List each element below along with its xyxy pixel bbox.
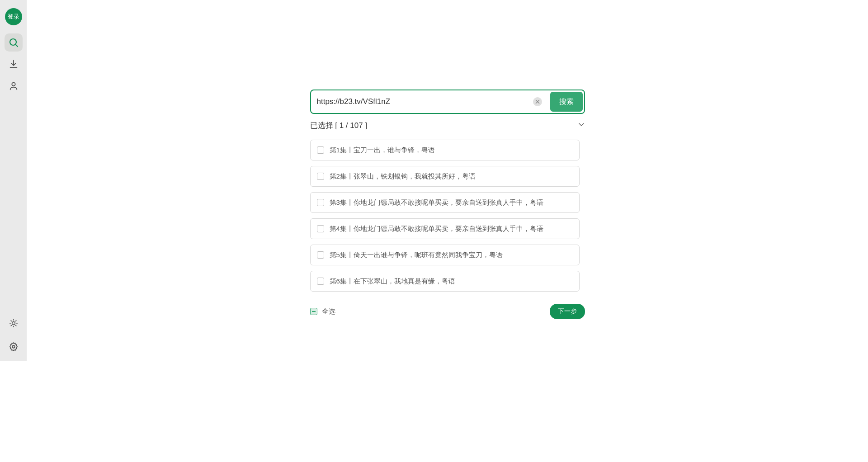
- episode-checkbox[interactable]: [317, 146, 324, 154]
- select-all-label: 全选: [322, 307, 335, 316]
- svg-line-16: [15, 321, 16, 321]
- svg-line-14: [15, 325, 16, 326]
- selection-count-label: 已选择 [ 1 / 107 ]: [310, 120, 368, 131]
- clear-input-button[interactable]: [533, 97, 542, 106]
- list-item[interactable]: 第2集丨张翠山，铁划银钩，我就投其所好，粤语: [310, 166, 580, 187]
- close-icon: [535, 99, 540, 104]
- checkbox-indeterminate-icon: [310, 308, 317, 315]
- user-icon: [9, 81, 19, 91]
- svg-point-17: [12, 345, 15, 348]
- search-bar: 搜索: [310, 90, 585, 114]
- svg-line-13: [11, 321, 11, 321]
- search-icon: [8, 37, 19, 48]
- list-item[interactable]: 第1集丨宝刀一出，谁与争锋，粤语: [310, 140, 580, 160]
- svg-line-6: [15, 45, 18, 47]
- list-item[interactable]: 第3集丨你地龙门镖局敢不敢接呢单买卖，要亲自送到张真人手中，粤语: [310, 192, 580, 213]
- download-tab[interactable]: [5, 55, 23, 73]
- list-item[interactable]: 第6集丨在下张翠山，我地真是有缘，粤语: [310, 271, 580, 292]
- episode-checkbox[interactable]: [317, 251, 324, 259]
- main-content: 搜索 已选择 [ 1 / 107 ] 第1集丨宝刀一出，谁与争锋，粤语第2集丨张…: [27, 0, 868, 462]
- search-button[interactable]: 搜索: [550, 92, 583, 112]
- selection-summary: 已选择 [ 1 / 107 ]: [310, 120, 585, 131]
- next-button[interactable]: 下一步: [550, 304, 585, 319]
- search-input[interactable]: [317, 97, 533, 106]
- episode-title: 第5集丨倚天一出谁与争锋，呢班有竟然同我争宝刀，粤语: [330, 251, 503, 259]
- chevron-down-icon: [578, 121, 585, 128]
- search-tab[interactable]: [5, 33, 23, 52]
- select-all-checkbox[interactable]: 全选: [310, 307, 335, 316]
- episode-checkbox[interactable]: [317, 225, 324, 232]
- profile-tab[interactable]: [5, 77, 23, 95]
- svg-point-8: [12, 322, 15, 325]
- list-item[interactable]: 第4集丨你地龙门镖局敢不敢接呢单买卖，要亲自送到张真人手中，粤语: [310, 218, 580, 239]
- settings-button[interactable]: [5, 338, 23, 356]
- download-icon: [9, 59, 19, 69]
- episode-checkbox[interactable]: [317, 173, 324, 180]
- list-footer: 全选 下一步: [310, 304, 585, 319]
- episode-list[interactable]: 第1集丨宝刀一出，谁与争锋，粤语第2集丨张翠山，铁划银钩，我就投其所好，粤语第3…: [310, 140, 585, 294]
- svg-line-15: [11, 325, 11, 326]
- theme-toggle[interactable]: [5, 314, 23, 332]
- list-item[interactable]: 第5集丨倚天一出谁与争锋，呢班有竟然同我争宝刀，粤语: [310, 245, 580, 265]
- sun-icon: [9, 319, 18, 328]
- episode-checkbox[interactable]: [317, 278, 324, 285]
- episode-checkbox[interactable]: [317, 199, 324, 206]
- expand-toggle[interactable]: [578, 121, 585, 130]
- episode-title: 第6集丨在下张翠山，我地真是有缘，粤语: [330, 277, 455, 286]
- episode-title: 第4集丨你地龙门镖局敢不敢接呢单买卖，要亲自送到张真人手中，粤语: [330, 225, 543, 233]
- svg-point-7: [12, 83, 15, 86]
- episode-title: 第1集丨宝刀一出，谁与争锋，粤语: [330, 146, 435, 155]
- sidebar: 登录: [0, 0, 27, 361]
- gear-icon: [9, 342, 19, 352]
- episode-title: 第3集丨你地龙门镖局敢不敢接呢单买卖，要亲自送到张真人手中，粤语: [330, 198, 543, 207]
- login-button[interactable]: 登录: [5, 8, 22, 25]
- episode-title: 第2集丨张翠山，铁划银钩，我就投其所好，粤语: [330, 172, 476, 181]
